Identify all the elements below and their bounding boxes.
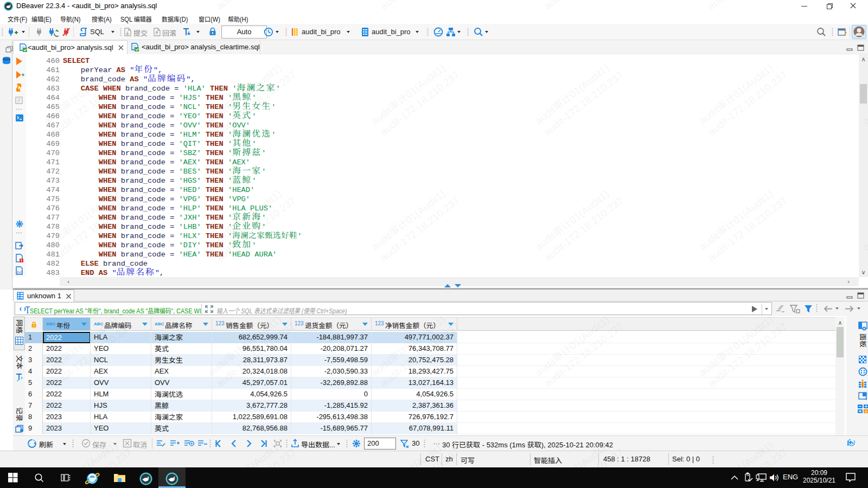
- svg-text:(ω): (ω): [17, 270, 22, 274]
